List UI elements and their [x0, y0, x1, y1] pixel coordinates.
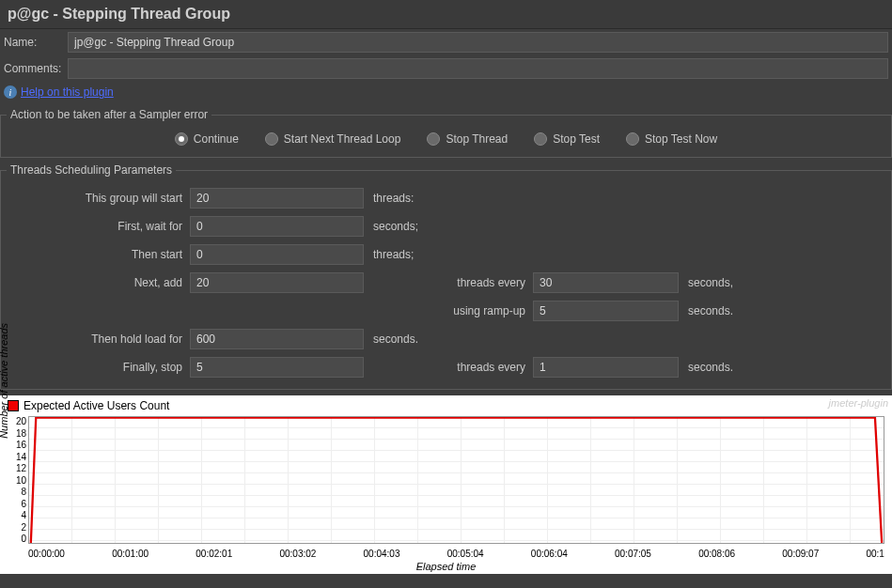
unit-seconds-period: seconds.: [364, 333, 418, 346]
label-finally-every: threads every: [364, 361, 533, 374]
label-next-add: Next, add: [7, 276, 190, 289]
radio-stop-thread[interactable]: Stop Thread: [427, 132, 508, 146]
scheduling-legend: Threads Scheduling Parameters: [7, 163, 176, 177]
y-tick: 6: [21, 499, 26, 509]
chart-line-svg: [29, 417, 884, 543]
legend-text: Expected Active Users Count: [23, 399, 169, 412]
unit-threads: threads:: [364, 192, 414, 205]
chart-panel: Expected Active Users Count jmeter-plugi…: [0, 395, 892, 574]
scheduling-group: Threads Scheduling Parameters This group…: [0, 163, 892, 390]
radio-dot-icon: [534, 132, 547, 146]
name-label: Name:: [4, 36, 68, 49]
y-tick: 16: [16, 440, 26, 450]
radio-dot-icon: [175, 132, 188, 146]
x-tick: 00:05:04: [447, 549, 484, 559]
x-tick: 00:08:06: [698, 549, 735, 559]
x-tick: 00:00:00: [28, 549, 65, 559]
unit-seconds: seconds;: [364, 220, 418, 233]
x-tick: 00:03:02: [279, 549, 316, 559]
radio-continue[interactable]: Continue: [175, 132, 239, 146]
input-ramp[interactable]: [533, 301, 679, 321]
x-tick: 00:1: [866, 549, 884, 559]
chart-watermark: jmeter-plugin: [829, 397, 888, 409]
radio-dot-icon: [427, 132, 440, 146]
input-next-add[interactable]: [190, 272, 364, 293]
input-wait[interactable]: [190, 216, 364, 237]
radio-dot-icon: [265, 132, 278, 146]
radio-label: Continue: [194, 132, 239, 146]
name-row: Name:: [0, 29, 892, 55]
x-tick: 00:01:00: [112, 549, 149, 559]
y-tick: 18: [16, 428, 26, 439]
radio-label: Stop Test: [553, 132, 600, 146]
input-hold[interactable]: [190, 329, 364, 349]
row-next-add: Next, add threads every seconds,: [7, 269, 885, 297]
x-tick: 00:09:07: [782, 549, 819, 559]
unit-threads: threads;: [364, 248, 414, 261]
label-ramp: using ramp-up: [364, 304, 533, 317]
y-tick: 4: [21, 510, 26, 520]
comments-label: Comments:: [4, 62, 68, 75]
radio-start-next-loop[interactable]: Start Next Thread Loop: [265, 132, 401, 146]
plot-area: [28, 416, 884, 544]
action-legend: Action to be taken after a Sampler error: [7, 108, 211, 121]
x-tick: 00:07:05: [615, 549, 651, 559]
row-group-start: This group will start threads:: [7, 184, 885, 212]
input-group-start[interactable]: [190, 188, 364, 209]
y-tick: 12: [16, 463, 26, 473]
label-threads-every: threads every: [364, 276, 533, 289]
info-icon: i: [4, 85, 17, 99]
y-tick: 20: [16, 416, 26, 426]
radio-label: Start Next Thread Loop: [284, 132, 401, 146]
x-axis-label: Elapsed time: [416, 561, 477, 572]
unit-seconds-period: seconds.: [679, 361, 733, 374]
input-finally[interactable]: [190, 357, 364, 378]
y-axis-label: Number of active threads: [0, 323, 9, 439]
action-radio-row: Continue Start Next Thread Loop Stop Thr…: [7, 129, 885, 149]
window-title: p@gc - Stepping Thread Group: [0, 0, 892, 29]
chart-legend: Expected Active Users Count: [8, 399, 169, 412]
radio-label: Stop Test Now: [645, 132, 717, 146]
row-finally: Finally, stop threads every seconds.: [7, 353, 885, 381]
label-wait: First, wait for: [7, 220, 190, 233]
input-finally-every[interactable]: [533, 357, 679, 378]
x-tick: 00:04:03: [364, 549, 400, 559]
help-row: i Help on this plugin: [0, 82, 892, 102]
y-tick: 0: [21, 534, 26, 544]
y-tick: 14: [16, 452, 26, 462]
name-input[interactable]: [68, 32, 888, 53]
radio-label: Stop Thread: [446, 132, 508, 146]
radio-stop-test-now[interactable]: Stop Test Now: [626, 132, 717, 146]
row-then-start: Then start threads;: [7, 240, 885, 269]
input-threads-every[interactable]: [533, 272, 679, 293]
label-group-start: This group will start: [7, 192, 190, 205]
x-ticks: 00:00:00 00:01:00 00:02:01 00:03:02 00:0…: [28, 549, 884, 559]
comments-row: Comments:: [0, 55, 892, 82]
radio-stop-test[interactable]: Stop Test: [534, 132, 600, 146]
row-ramp: using ramp-up seconds.: [7, 297, 885, 325]
row-wait: First, wait for seconds;: [7, 212, 885, 240]
unit-seconds-comma: seconds,: [679, 276, 733, 289]
input-then-start[interactable]: [190, 244, 364, 265]
label-then-start: Then start: [7, 248, 190, 261]
comments-input[interactable]: [68, 58, 888, 79]
x-tick: 00:02:01: [196, 549, 232, 559]
row-hold: Then hold load for seconds.: [7, 325, 885, 353]
y-tick: 2: [21, 522, 26, 533]
action-group: Action to be taken after a Sampler error…: [0, 108, 892, 158]
unit-seconds-period: seconds.: [679, 304, 733, 317]
help-link[interactable]: Help on this plugin: [21, 85, 114, 99]
label-finally: Finally, stop: [7, 361, 190, 374]
y-tick: 8: [21, 487, 26, 497]
x-tick: 00:06:04: [531, 549, 568, 559]
y-tick: 10: [16, 475, 26, 486]
label-hold: Then hold load for: [7, 333, 190, 346]
radio-dot-icon: [626, 132, 639, 146]
y-ticks: 20 18 16 14 12 10 8 6 4 2 0: [13, 416, 26, 544]
